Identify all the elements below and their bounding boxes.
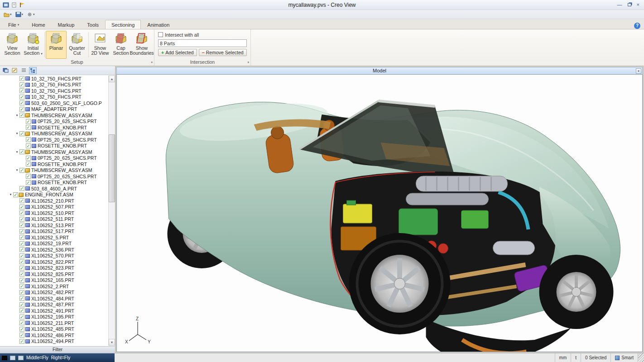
- tab-markup[interactable]: Markup: [52, 20, 81, 29]
- initial-section-button[interactable]: Initial Section ▾: [23, 31, 43, 59]
- visibility-checkbox-icon[interactable]: ✓: [19, 272, 24, 276]
- remove-selected-button[interactable]: − Remove Selected: [199, 49, 247, 56]
- tree-item-part[interactable]: ✓XL106252_210.PRT: [0, 198, 115, 204]
- visibility-checkbox-icon[interactable]: ✓: [19, 296, 24, 301]
- views-list-icon[interactable]: [20, 67, 28, 74]
- model-structure-icon[interactable]: [29, 67, 37, 74]
- help-icon[interactable]: ?: [634, 23, 640, 29]
- visibility-checkbox-icon[interactable]: ✓: [19, 339, 24, 344]
- show-2d-view-button[interactable]: Show 2D View: [90, 31, 111, 59]
- tree-item-part[interactable]: ✓10_32_750_FHCS.PRT: [0, 88, 115, 94]
- tree-item-part[interactable]: ✓XL106252_823.PRT: [0, 265, 115, 272]
- settings-button[interactable]: ▾: [25, 11, 36, 18]
- view-section-button[interactable]: View Section: [2, 31, 23, 59]
- console-icon[interactable]: [2, 356, 7, 360]
- visibility-checkbox-icon[interactable]: ✓: [26, 162, 31, 167]
- tree-item-part[interactable]: ✓XL106252_19.PRT: [0, 241, 115, 247]
- tree-item-part[interactable]: ✓XL106252_507.PRT: [0, 204, 115, 210]
- tree-item-part[interactable]: ✓503_68_4600_A.PRT: [0, 186, 115, 192]
- tree-item-part[interactable]: ✓10_32_750_FHCS.PRT: [0, 82, 115, 88]
- tree-item-part[interactable]: ✓0PT25_20_625_SHCS.PRT: [0, 173, 115, 180]
- tree-item-part[interactable]: ✓503_60_2500_SC_XLF_LOGO.P: [0, 100, 115, 106]
- tree-item-part[interactable]: ✓XL106252_517.PRT: [0, 229, 115, 235]
- tree-item-part[interactable]: ✓XL106252_5.PRT: [0, 234, 115, 241]
- open-button[interactable]: ▾: [2, 11, 13, 18]
- visibility-checkbox-icon[interactable]: ✓: [26, 125, 31, 130]
- tree-item-part[interactable]: ✓0PT25_20_625_SHCS.PRT: [0, 155, 115, 162]
- tree-item-assembly[interactable]: ▾✓THUMBSCREW_ASSY.ASM: [0, 149, 115, 155]
- tree-item-assembly[interactable]: ▾✓THUMBSCREW_ASSY.ASM: [0, 131, 115, 137]
- tree-item-part[interactable]: ✓XL106252_570.PRT: [0, 253, 115, 259]
- tree-item-part[interactable]: ✓0PT25_20_625_SHCS.PRT: [0, 137, 115, 143]
- visibility-checkbox-icon[interactable]: ✓: [19, 131, 24, 136]
- planar-button[interactable]: Planar: [46, 31, 67, 59]
- intersection-dialog-launcher-icon[interactable]: ▾: [247, 59, 249, 66]
- filter-bar[interactable]: Filter: [0, 346, 115, 353]
- visibility-checkbox-icon[interactable]: ✓: [19, 223, 24, 228]
- document-icon[interactable]: [11, 2, 17, 8]
- visibility-checkbox-icon[interactable]: ✓: [19, 308, 24, 313]
- display-icon[interactable]: [10, 356, 15, 360]
- visibility-checkbox-icon[interactable]: ✓: [19, 210, 24, 215]
- visibility-checkbox-icon[interactable]: ✓: [19, 198, 24, 203]
- tree-scrollbar[interactable]: ▲ ▼: [108, 76, 115, 346]
- tree-item-part[interactable]: ✓XL106252_536.PRT: [0, 247, 115, 253]
- visibility-checkbox-icon[interactable]: ✓: [19, 229, 24, 234]
- tree-item-part[interactable]: ✓XL106252_513.PRT: [0, 222, 115, 229]
- tree-item-part[interactable]: ✓XL106252_822.PRT: [0, 259, 115, 265]
- visibility-checkbox-icon[interactable]: ✓: [26, 174, 31, 179]
- visibility-checkbox-icon[interactable]: ✓: [19, 100, 24, 105]
- scroll-up-icon[interactable]: ▲: [109, 76, 115, 82]
- show-boundaries-button[interactable]: Show Boundaries: [131, 31, 152, 59]
- visibility-checkbox-icon[interactable]: ✓: [13, 192, 18, 197]
- annotations-icon[interactable]: [11, 67, 19, 74]
- tree-item-part[interactable]: ✓XL106252_491.PRT: [0, 308, 115, 314]
- tree-item-part[interactable]: ✓XL106252_484.PRT: [0, 295, 115, 302]
- visibility-checkbox-icon[interactable]: ✓: [19, 327, 24, 332]
- resize-grip[interactable]: [638, 353, 644, 362]
- visibility-checkbox-icon[interactable]: ✓: [19, 205, 24, 210]
- navigation-icon[interactable]: [18, 356, 24, 360]
- scroll-down-icon[interactable]: ▼: [109, 339, 115, 346]
- engine-block[interactable]: [399, 209, 438, 235]
- tree-item-part[interactable]: ✓XL106252_195.PRT: [0, 314, 115, 320]
- intersect-with-all-checkbox[interactable]: [158, 32, 163, 37]
- visibility-checkbox-icon[interactable]: ✓: [26, 119, 31, 124]
- tree-item-part[interactable]: ✓XL106252_482.PRT: [0, 290, 115, 296]
- status-selection-mode[interactable]: Smart: [610, 353, 638, 362]
- tree-item-part[interactable]: ✓ROSETTE_KNOB.PRT: [0, 143, 115, 149]
- cap-section-button[interactable]: Cap Section: [111, 31, 131, 59]
- tree-item-part[interactable]: ✓XL106252_485.PRT: [0, 326, 115, 333]
- tab-home[interactable]: Home: [25, 20, 51, 29]
- visibility-checkbox-icon[interactable]: ✓: [19, 320, 24, 325]
- tree-item-part[interactable]: ✓MAF_ADAPTER.PRT: [0, 106, 115, 113]
- tree-item-part[interactable]: ✓ROSETTE_KNOB.PRT: [0, 124, 115, 131]
- expander-icon[interactable]: ▾: [8, 193, 13, 196]
- tree-item-part[interactable]: ✓XL106252_825.PRT: [0, 271, 115, 277]
- visibility-checkbox-icon[interactable]: ✓: [26, 137, 31, 142]
- tree-item-part[interactable]: ✓XL106252_511.PRT: [0, 216, 115, 223]
- visibility-checkbox-icon[interactable]: ✓: [19, 76, 24, 81]
- tree-item-part[interactable]: ✓XL106252_494.PRT: [0, 338, 115, 345]
- car-model[interactable]: [117, 75, 642, 352]
- close-button[interactable]: ×: [637, 2, 639, 7]
- visibility-checkbox-icon[interactable]: ✓: [26, 156, 31, 161]
- visibility-checkbox-icon[interactable]: ✓: [26, 180, 31, 185]
- visibility-checkbox-icon[interactable]: ✓: [26, 143, 31, 148]
- visibility-checkbox-icon[interactable]: ✓: [19, 333, 24, 338]
- visibility-checkbox-icon[interactable]: ✓: [19, 113, 24, 118]
- restore-button[interactable]: [628, 3, 631, 6]
- open-dropdown-icon[interactable]: ▾: [10, 13, 12, 16]
- visibility-checkbox-icon[interactable]: ✓: [19, 107, 24, 112]
- tree-item-part[interactable]: ✓XL106252_165.PRT: [0, 277, 115, 284]
- tree-item-assembly[interactable]: ▾✓THUMBSCREW_ASSY.ASM: [0, 167, 115, 174]
- status-units[interactable]: mm: [555, 353, 571, 362]
- model-close-icon[interactable]: ×: [636, 68, 641, 74]
- visibility-checkbox-icon[interactable]: ✓: [19, 82, 24, 87]
- visibility-checkbox-icon[interactable]: ✓: [19, 253, 24, 258]
- tree-item-part[interactable]: ✓XL106252_486.PRT: [0, 332, 115, 338]
- tree-item-assembly[interactable]: ▾✓ENGINE_FRONT.ASM: [0, 192, 115, 198]
- add-selected-button[interactable]: + Add Selected: [158, 49, 197, 56]
- tree-item-assembly[interactable]: ▾✓THUMBSCREW_ASSY.ASM: [0, 112, 115, 119]
- visibility-checkbox-icon[interactable]: ✓: [19, 88, 24, 93]
